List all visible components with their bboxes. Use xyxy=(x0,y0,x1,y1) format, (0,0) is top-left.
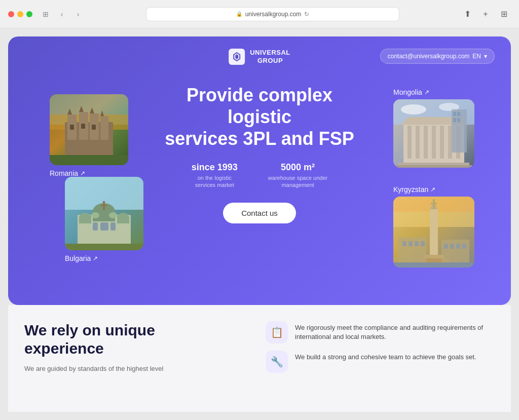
feature-text-1: We rigorously meet the compliance and au… xyxy=(295,321,495,341)
country-card-kyrgyzstan[interactable]: Kyrgyzstan ↗ xyxy=(393,185,474,268)
feature-icon-box-1: 📋 xyxy=(266,321,288,343)
svg-rect-71 xyxy=(415,241,419,246)
svg-rect-77 xyxy=(393,262,474,268)
page-content: UNIVERSAL GROUP contact@universalkgroup.… xyxy=(0,28,519,420)
svg-point-50 xyxy=(109,212,117,218)
browser-controls: ⊞ ‹ › xyxy=(39,9,85,20)
feature-item-2: 🔧 We build a strong and cohesive team to… xyxy=(266,351,495,373)
svg-rect-23 xyxy=(407,126,412,159)
kyrgyzstan-arrow-icon: ↗ xyxy=(430,186,435,193)
lock-icon: 🔒 xyxy=(236,11,242,17)
lower-grid: We rely on unique experience We are guid… xyxy=(24,321,495,374)
svg-rect-68 xyxy=(441,240,469,265)
svg-rect-26 xyxy=(432,126,436,159)
close-button[interactable] xyxy=(8,11,14,17)
stat-warehouse-value: 5000 m² xyxy=(268,162,327,173)
svg-rect-31 xyxy=(398,163,469,165)
svg-rect-72 xyxy=(421,241,425,246)
svg-rect-75 xyxy=(456,244,460,249)
language-label: EN xyxy=(472,53,481,60)
compliance-icon: 📋 xyxy=(271,326,283,338)
lower-heading: We rely on unique experience xyxy=(24,321,253,358)
back-button[interactable]: ‹ xyxy=(55,9,69,20)
kyrgyzstan-label: Kyrgyzstan ↗ xyxy=(393,185,435,194)
svg-rect-56 xyxy=(110,222,116,231)
stat-since-value: since 1993 xyxy=(192,162,238,173)
svg-rect-32 xyxy=(396,165,472,168)
svg-rect-37 xyxy=(457,118,460,122)
romania-arrow-icon: ↗ xyxy=(80,170,85,177)
feature-item-1: 📋 We rigorously meet the compliance and … xyxy=(266,321,495,343)
hero-header: UNIVERSAL GROUP contact@universalkgroup.… xyxy=(24,49,495,64)
svg-marker-1 xyxy=(235,54,238,59)
logo: UNIVERSAL GROUP xyxy=(229,49,290,65)
lower-right: 📋 We rigorously meet the compliance and … xyxy=(266,321,495,373)
minimize-button[interactable] xyxy=(17,11,23,17)
bulgaria-arrow-icon: ↗ xyxy=(93,255,98,262)
stat-warehouse: 5000 m² warehouse space under management xyxy=(268,162,327,189)
svg-rect-76 xyxy=(462,244,466,249)
svg-rect-14 xyxy=(70,125,74,130)
feature-text-2: We build a strong and cohesive team to a… xyxy=(295,351,476,362)
stat-since: since 1993 on the logistic services mark… xyxy=(192,162,238,189)
country-card-romania[interactable]: Romania ↗ xyxy=(50,94,128,177)
svg-rect-9 xyxy=(100,116,108,140)
svg-rect-15 xyxy=(81,124,85,129)
svg-rect-17 xyxy=(50,155,128,165)
svg-point-20 xyxy=(401,104,426,114)
svg-rect-25 xyxy=(424,126,428,159)
hero-title: Provide complex logistic services 3PL an… xyxy=(163,84,356,150)
mongolia-label: Mongolia ↗ xyxy=(393,88,429,96)
svg-rect-74 xyxy=(450,244,454,249)
url-text: universalkgroup.com xyxy=(245,11,302,18)
svg-rect-48 xyxy=(117,217,129,223)
forward-button[interactable]: › xyxy=(71,9,85,20)
country-card-mongolia[interactable]: Mongolia ↗ xyxy=(393,88,474,168)
svg-rect-54 xyxy=(93,222,98,231)
lower-left: We rely on unique experience We are guid… xyxy=(24,321,253,374)
logo-text: UNIVERSAL GROUP xyxy=(250,49,290,64)
new-tab-button[interactable]: + xyxy=(478,9,493,20)
feature-icon-box-2: 🔧 xyxy=(266,351,288,373)
mongolia-arrow-icon: ↗ xyxy=(424,89,429,96)
lower-section: We rely on unique experience We are guid… xyxy=(8,305,511,412)
svg-rect-16 xyxy=(92,125,96,130)
traffic-lights xyxy=(8,11,32,17)
maximize-button[interactable] xyxy=(26,11,32,17)
contact-us-button[interactable]: Contact us xyxy=(223,203,296,223)
hero-body: Provide complex logistic services 3PL an… xyxy=(24,74,495,288)
svg-rect-34 xyxy=(453,112,456,116)
svg-rect-36 xyxy=(453,118,456,122)
browser-actions: ⬆ + ⊞ xyxy=(460,9,511,20)
svg-rect-24 xyxy=(416,126,420,159)
bulgaria-label: Bulgaria ↗ xyxy=(65,254,98,262)
svg-rect-53 xyxy=(65,244,143,250)
extensions-button[interactable]: ⊞ xyxy=(497,9,511,20)
contact-email: contact@universalkgroup.com xyxy=(388,53,470,60)
svg-rect-46 xyxy=(79,217,91,223)
hero-stats: since 1993 on the logistic services mark… xyxy=(192,162,328,189)
country-card-bulgaria[interactable]: Bulgaria ↗ xyxy=(65,177,143,262)
svg-rect-55 xyxy=(100,222,108,231)
svg-rect-28 xyxy=(448,126,452,159)
team-icon: 🔧 xyxy=(271,356,283,368)
svg-rect-27 xyxy=(440,126,444,159)
svg-rect-61 xyxy=(430,209,438,257)
svg-point-49 xyxy=(91,212,99,218)
lower-description: We are guided by standards of the highes… xyxy=(24,364,253,374)
sidebar-toggle[interactable]: ⊞ xyxy=(39,9,53,20)
svg-rect-73 xyxy=(444,244,448,249)
share-button[interactable]: ⬆ xyxy=(460,9,474,20)
svg-rect-69 xyxy=(402,241,406,246)
stat-since-label: on the logistic services market xyxy=(192,174,238,189)
svg-rect-44 xyxy=(101,205,107,206)
stat-warehouse-label: warehouse space under management xyxy=(268,174,327,189)
svg-rect-70 xyxy=(409,241,413,246)
address-bar[interactable]: 🔒 universalkgroup.com ↻ xyxy=(146,7,399,21)
chevron-down-icon: ▾ xyxy=(484,53,487,60)
logo-icon xyxy=(229,49,245,65)
reload-icon[interactable]: ↻ xyxy=(304,11,309,18)
hero-section: UNIVERSAL GROUP contact@universalkgroup.… xyxy=(8,36,511,305)
contact-lang-button[interactable]: contact@universalkgroup.com EN ▾ xyxy=(380,49,495,64)
svg-rect-64 xyxy=(431,203,437,204)
